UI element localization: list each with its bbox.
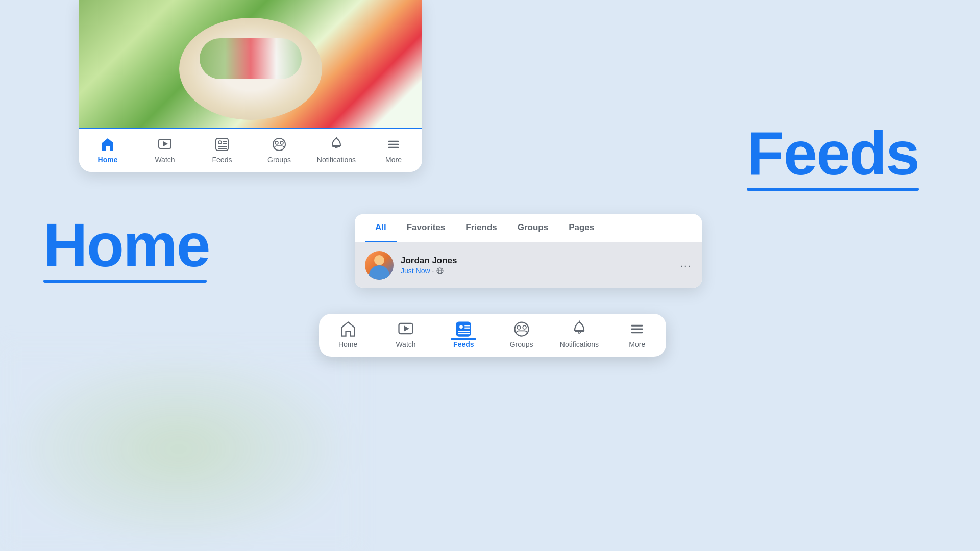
watch-label-bottom: Watch	[396, 340, 415, 348]
avatar	[365, 251, 394, 280]
meta-dot: ·	[432, 267, 434, 275]
more-label-bottom: More	[629, 340, 645, 348]
nav-item-more-bottom[interactable]: More	[617, 320, 657, 348]
post-preview: Jordan Jones Just Now · ···	[355, 243, 702, 288]
nav-item-more-top[interactable]: More	[373, 135, 414, 164]
nav-item-notifications-top[interactable]: Notifications	[316, 135, 357, 164]
nav-item-feeds-top[interactable]: Feeds	[202, 135, 242, 164]
nav-item-watch-top[interactable]: Watch	[144, 135, 185, 164]
svg-point-27	[514, 322, 528, 336]
notifications-label-bottom: Notifications	[560, 340, 599, 348]
watch-icon-top	[156, 135, 174, 154]
svg-rect-30	[575, 330, 584, 332]
tab-favorites[interactable]: Favorites	[397, 214, 456, 242]
groups-label-top: Groups	[267, 156, 291, 164]
svg-point-28	[517, 325, 521, 329]
feeds-card: All Favorites Friends Groups Pages Jorda…	[355, 214, 702, 288]
post-timestamp: Just Now	[401, 267, 430, 275]
home-icon	[99, 135, 117, 154]
svg-marker-20	[404, 325, 409, 331]
feeds-label-top: Feeds	[212, 156, 232, 164]
post-author-name: Jordan Jones	[401, 256, 692, 266]
more-icon-bottom	[628, 320, 646, 338]
more-icon-top	[384, 135, 403, 154]
feeds-tabs: All Favorites Friends Groups Pages	[355, 214, 702, 243]
notifications-icon-top	[327, 135, 346, 154]
groups-label-bottom: Groups	[510, 340, 533, 348]
watch-label-top: Watch	[155, 156, 175, 164]
groups-icon-bottom	[512, 320, 531, 338]
post-meta: Just Now ·	[401, 267, 692, 275]
nav-item-notifications-bottom[interactable]: Notifications	[559, 320, 600, 348]
home-icon-bottom	[339, 320, 357, 338]
svg-marker-1	[163, 141, 168, 146]
svg-point-29	[523, 325, 526, 329]
nav-item-groups-top[interactable]: Groups	[259, 135, 300, 164]
watch-icon-bottom	[397, 320, 415, 338]
groups-icon-top	[270, 135, 288, 154]
notifications-icon-bottom	[570, 320, 589, 338]
svg-point-22	[459, 325, 463, 329]
svg-rect-11	[332, 145, 340, 147]
nav-item-home-bottom[interactable]: Home	[328, 320, 369, 348]
nav-item-watch-bottom[interactable]: Watch	[385, 320, 426, 348]
notifications-label-top: Notifications	[317, 156, 356, 164]
svg-rect-21	[456, 321, 471, 336]
home-phone-card: Home Watch	[79, 0, 422, 172]
globe-icon	[436, 267, 444, 275]
food-image	[79, 0, 422, 128]
tab-friends[interactable]: Friends	[455, 214, 507, 242]
feeds-active-underline	[451, 338, 476, 340]
svg-point-3	[218, 141, 222, 144]
feeds-icon-bottom	[454, 320, 473, 338]
background-blur	[0, 347, 357, 551]
post-more-button[interactable]: ···	[680, 260, 692, 271]
feeds-icon-top	[213, 135, 231, 154]
svg-point-8	[273, 138, 285, 151]
top-nav-bar: Home Watch	[79, 128, 422, 172]
nav-item-feeds-bottom[interactable]: Feeds	[443, 320, 484, 348]
more-label-top: More	[385, 156, 402, 164]
home-label-top: Home	[98, 156, 118, 164]
svg-point-10	[280, 141, 283, 144]
bottom-nav-bar: Home Watch	[319, 320, 666, 348]
home-label-bottom: Home	[338, 340, 357, 348]
tab-groups[interactable]: Groups	[507, 214, 558, 242]
nav-item-home-top[interactable]: Home	[87, 135, 128, 164]
feeds-label-bottom: Feeds	[453, 340, 474, 348]
feeds-phone-card: Home Watch	[319, 314, 666, 357]
tab-pages[interactable]: Pages	[558, 214, 604, 242]
home-large-label: Home	[43, 214, 209, 283]
nav-item-groups-bottom[interactable]: Groups	[501, 320, 542, 348]
post-info: Jordan Jones Just Now ·	[401, 256, 692, 275]
feeds-large-label: Feeds	[747, 122, 919, 191]
tab-all[interactable]: All	[365, 214, 397, 242]
svg-point-9	[275, 141, 278, 144]
